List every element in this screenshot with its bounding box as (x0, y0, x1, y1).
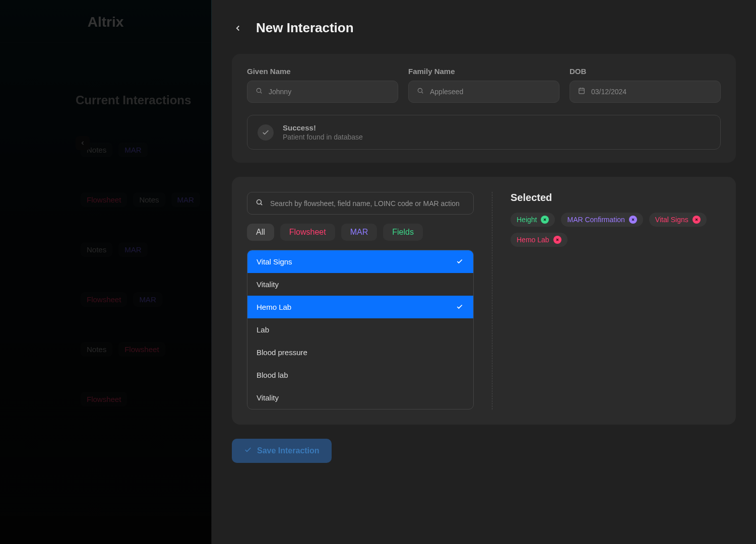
family-name-input[interactable] (430, 88, 551, 96)
selected-chip-row: HeightMAR ConfirmationVital SignsHemo La… (511, 213, 721, 247)
svg-line-9 (261, 203, 262, 205)
sidebar: Altrix Current Interactions NotesMARFlow… (0, 0, 212, 544)
check-icon (456, 303, 464, 311)
tag-notes: Notes (133, 192, 165, 207)
interaction-card[interactable]: FlowsheetNotesMAR (81, 192, 211, 207)
picker-block: All Flowsheet MAR Fields Vital SignsVita… (232, 177, 736, 425)
tag-flowsheet: Flowsheet (81, 192, 127, 207)
interaction-card[interactable]: Flowsheet (81, 392, 211, 406)
remove-chip-icon[interactable] (692, 216, 701, 224)
filter-fields[interactable]: Fields (383, 224, 423, 241)
filter-all[interactable]: All (247, 224, 274, 241)
tag-flowsheet: Flowsheet (118, 342, 165, 357)
selected-chip: Height (511, 213, 555, 227)
svg-point-0 (257, 88, 261, 92)
search-icon (256, 87, 263, 96)
remove-chip-icon[interactable] (629, 216, 637, 224)
remove-chip-icon[interactable] (553, 236, 561, 244)
svg-point-2 (418, 88, 422, 92)
svg-line-3 (422, 92, 423, 94)
calendar-icon (578, 87, 585, 96)
dob-input[interactable] (591, 88, 712, 96)
chip-label: Hemo Lab (517, 236, 549, 244)
interaction-card[interactable]: NotesMAR (81, 242, 211, 257)
list-item[interactable]: Blood lab (247, 364, 473, 386)
flowsheet-search-input[interactable] (270, 199, 465, 208)
save-icon (244, 446, 252, 456)
list-item[interactable]: Hemo Lab (247, 296, 473, 318)
list-item-label: Hemo Lab (257, 303, 291, 311)
svg-line-1 (261, 92, 262, 94)
back-button[interactable] (232, 22, 244, 34)
success-banner: Success! Patient found in database (247, 115, 721, 150)
list-item[interactable]: Lab (247, 318, 473, 341)
list-item-label: Blood pressure (257, 348, 307, 357)
current-interactions-heading: Current Interactions (0, 43, 211, 122)
list-item-label: Blood lab (257, 371, 288, 379)
tag-flowsheet: Flowsheet (81, 292, 127, 307)
interaction-card-list: NotesMARFlowsheetNotesMARNotesMARFlowshe… (0, 143, 211, 406)
list-item[interactable]: Vitality (247, 386, 473, 409)
success-subtitle: Patient found in database (283, 133, 363, 141)
family-name-label: Family Name (408, 67, 559, 76)
tag-mar: MAR (118, 242, 147, 257)
success-title: Success! (283, 123, 363, 132)
save-label: Save Interaction (257, 446, 320, 455)
selected-chip: Hemo Lab (511, 233, 568, 247)
svg-rect-4 (579, 88, 585, 94)
list-item-label: Lab (257, 325, 269, 334)
tag-notes: Notes (81, 342, 112, 357)
tag-mar: MAR (118, 143, 147, 157)
list-item[interactable]: Vital Signs (247, 250, 473, 273)
list-item-label: Vital Signs (257, 257, 292, 266)
success-check-icon (258, 124, 274, 141)
result-list: Vital SignsVitalityHemo LabLabBlood pres… (247, 250, 474, 410)
svg-point-8 (257, 200, 262, 205)
interaction-card[interactable]: NotesMAR (81, 143, 211, 157)
search-icon (256, 198, 263, 208)
chip-label: MAR Confirmation (567, 216, 624, 224)
interaction-card[interactable]: NotesFlowsheet (81, 342, 211, 357)
patient-form: Given Name Family Name DOB (232, 54, 736, 163)
brand-logo: Altrix (0, 0, 211, 43)
selected-chip: Vital Signs (649, 213, 707, 227)
search-icon (417, 87, 424, 96)
given-name-input[interactable] (269, 88, 390, 96)
list-item-label: Vitality (257, 280, 279, 289)
new-interaction-panel: New Interaction Given Name Family Name (212, 0, 756, 544)
filter-row: All Flowsheet MAR Fields (247, 224, 474, 241)
sidebar-back-button[interactable] (76, 136, 90, 150)
save-interaction-button[interactable]: Save Interaction (232, 439, 332, 463)
list-item[interactable]: Vitality (247, 273, 473, 296)
modal-title: New Interaction (256, 20, 354, 36)
tag-flowsheet: Flowsheet (81, 392, 127, 406)
filter-mar[interactable]: MAR (341, 224, 377, 241)
check-icon (456, 258, 464, 266)
interaction-card[interactable]: FlowsheetMAR (81, 292, 211, 307)
tag-mar: MAR (133, 292, 162, 307)
chip-label: Height (517, 216, 537, 224)
selected-chip: MAR Confirmation (561, 213, 643, 227)
modal-header: New Interaction (212, 0, 756, 54)
remove-chip-icon[interactable] (541, 216, 549, 224)
chip-label: Vital Signs (655, 216, 688, 224)
filter-flowsheet[interactable]: Flowsheet (280, 224, 335, 241)
tag-notes: Notes (81, 242, 112, 257)
selected-heading: Selected (511, 192, 721, 203)
tag-mar: MAR (171, 192, 200, 207)
list-item-label: Vitality (257, 393, 279, 402)
dob-label: DOB (570, 67, 721, 76)
given-name-label: Given Name (247, 67, 398, 76)
list-item[interactable]: Blood pressure (247, 341, 473, 364)
